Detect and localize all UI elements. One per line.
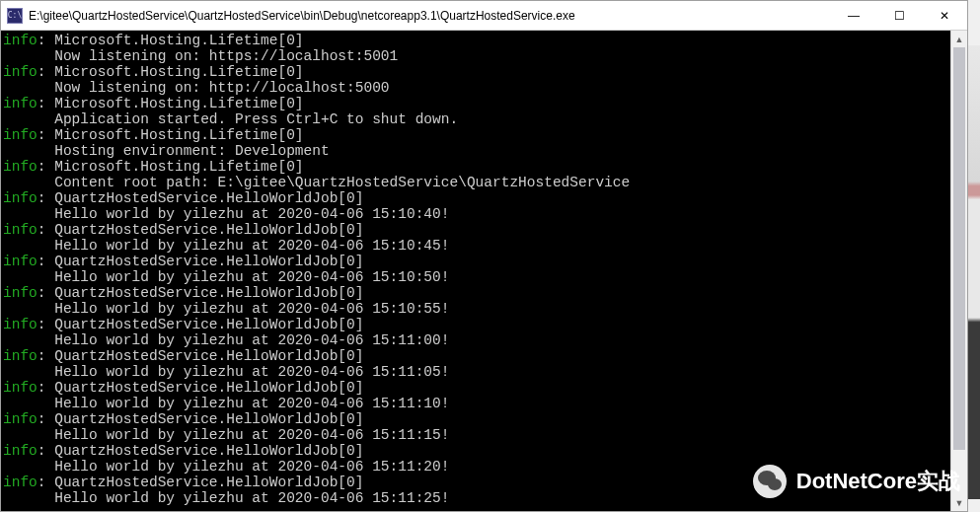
- log-source: : QuartzHostedService.HelloWorldJob[0]: [38, 380, 364, 396]
- log-source: : QuartzHostedService.HelloWorldJob[0]: [38, 317, 364, 332]
- log-level: info: [3, 443, 38, 459]
- titlebar[interactable]: C:\ E:\gitee\QuartzHostedService\QuartzH…: [1, 1, 967, 31]
- log-level: info: [3, 159, 38, 175]
- close-button[interactable]: ✕: [922, 1, 967, 30]
- log-message: Hosting environment: Development: [3, 143, 330, 159]
- log-level: info: [3, 411, 38, 427]
- log-source: : QuartzHostedService.HelloWorldJob[0]: [38, 475, 364, 490]
- log-message: Hello world by yilezhu at 2020-04-06 15:…: [3, 269, 449, 285]
- log-line-header: info: Microsoft.Hosting.Lifetime[0]: [3, 96, 967, 111]
- log-source: : Microsoft.Hosting.Lifetime[0]: [38, 127, 304, 143]
- log-line-message: Hello world by yilezhu at 2020-04-06 15:…: [3, 332, 967, 348]
- log-message: Hello world by yilezhu at 2020-04-06 15:…: [3, 332, 449, 348]
- log-level: info: [3, 190, 38, 206]
- window-title: E:\gitee\QuartzHostedService\QuartzHoste…: [29, 9, 831, 23]
- log-line-header: info: QuartzHostedService.HelloWorldJob[…: [3, 222, 967, 238]
- log-source: : Microsoft.Hosting.Lifetime[0]: [38, 33, 304, 48]
- log-line-message: Hello world by yilezhu at 2020-04-06 15:…: [3, 459, 967, 475]
- log-level: info: [3, 380, 38, 396]
- log-line-header: info: QuartzHostedService.HelloWorldJob[…: [3, 411, 967, 427]
- log-line-message: Hello world by yilezhu at 2020-04-06 15:…: [3, 364, 967, 380]
- scroll-up-arrow-icon[interactable]: ▲: [951, 31, 967, 47]
- log-line-message: Application started. Press Ctrl+C to shu…: [3, 111, 967, 127]
- log-source: : Microsoft.Hosting.Lifetime[0]: [38, 64, 304, 80]
- log-message: Hello world by yilezhu at 2020-04-06 15:…: [3, 238, 449, 254]
- log-line-message: Now listening on: https://localhost:5001: [3, 48, 967, 64]
- log-line-header: info: QuartzHostedService.HelloWorldJob[…: [3, 317, 967, 332]
- minimize-button[interactable]: —: [831, 1, 876, 30]
- log-level: info: [3, 285, 38, 301]
- log-level: info: [3, 317, 38, 332]
- log-level: info: [3, 96, 38, 111]
- scrollbar-thumb[interactable]: [953, 47, 965, 450]
- log-line-message: Hello world by yilezhu at 2020-04-06 15:…: [3, 206, 967, 222]
- log-source: : Microsoft.Hosting.Lifetime[0]: [38, 96, 304, 111]
- log-source: : QuartzHostedService.HelloWorldJob[0]: [38, 190, 364, 206]
- log-level: info: [3, 348, 38, 364]
- scrollbar-track[interactable]: [951, 47, 967, 494]
- log-line-header: info: Microsoft.Hosting.Lifetime[0]: [3, 159, 967, 175]
- log-message: Hello world by yilezhu at 2020-04-06 15:…: [3, 364, 449, 380]
- log-line-message: Content root path: E:\gitee\QuartzHosted…: [3, 175, 967, 190]
- log-message: Now listening on: http://localhost:5000: [3, 80, 390, 96]
- log-message: Hello world by yilezhu at 2020-04-06 15:…: [3, 206, 449, 222]
- log-level: info: [3, 222, 38, 238]
- log-line-header: info: QuartzHostedService.HelloWorldJob[…: [3, 475, 967, 490]
- log-level: info: [3, 33, 38, 48]
- log-line-message: Hello world by yilezhu at 2020-04-06 15:…: [3, 301, 967, 317]
- log-line-message: Hello world by yilezhu at 2020-04-06 15:…: [3, 238, 967, 254]
- vertical-scrollbar[interactable]: ▲ ▼: [950, 31, 967, 511]
- log-line-header: info: QuartzHostedService.HelloWorldJob[…: [3, 285, 967, 301]
- log-message: Application started. Press Ctrl+C to shu…: [3, 111, 458, 127]
- console-output[interactable]: info: Microsoft.Hosting.Lifetime[0] Now …: [1, 31, 967, 511]
- log-line-header: info: Microsoft.Hosting.Lifetime[0]: [3, 33, 967, 48]
- log-line-header: info: QuartzHostedService.HelloWorldJob[…: [3, 380, 967, 396]
- log-message: Hello world by yilezhu at 2020-04-06 15:…: [3, 490, 449, 506]
- log-source: : QuartzHostedService.HelloWorldJob[0]: [38, 254, 364, 269]
- log-level: info: [3, 475, 38, 490]
- log-line-header: info: Microsoft.Hosting.Lifetime[0]: [3, 64, 967, 80]
- log-line-message: Hello world by yilezhu at 2020-04-06 15:…: [3, 490, 967, 506]
- log-line-header: info: QuartzHostedService.HelloWorldJob[…: [3, 190, 967, 206]
- log-source: : QuartzHostedService.HelloWorldJob[0]: [38, 348, 364, 364]
- log-line-header: info: Microsoft.Hosting.Lifetime[0]: [3, 127, 967, 143]
- log-line-message: Hello world by yilezhu at 2020-04-06 15:…: [3, 269, 967, 285]
- log-level: info: [3, 254, 38, 269]
- console-window: C:\ E:\gitee\QuartzHostedService\QuartzH…: [0, 0, 968, 512]
- log-line-header: info: QuartzHostedService.HelloWorldJob[…: [3, 443, 967, 459]
- log-level: info: [3, 127, 38, 143]
- log-message: Now listening on: https://localhost:5001: [3, 48, 398, 64]
- log-message: Hello world by yilezhu at 2020-04-06 15:…: [3, 459, 449, 475]
- log-line-header: info: QuartzHostedService.HelloWorldJob[…: [3, 348, 967, 364]
- app-icon: C:\: [7, 8, 23, 24]
- log-source: : QuartzHostedService.HelloWorldJob[0]: [38, 285, 364, 301]
- log-source: : QuartzHostedService.HelloWorldJob[0]: [38, 222, 364, 238]
- log-source: : QuartzHostedService.HelloWorldJob[0]: [38, 411, 364, 427]
- log-line-header: info: QuartzHostedService.HelloWorldJob[…: [3, 254, 967, 269]
- log-source: : QuartzHostedService.HelloWorldJob[0]: [38, 443, 364, 459]
- window-control-group: — ☐ ✕: [831, 1, 967, 30]
- log-line-message: Hello world by yilezhu at 2020-04-06 15:…: [3, 427, 967, 443]
- log-line-message: Hosting environment: Development: [3, 143, 967, 159]
- obscured-side-panel: [968, 45, 980, 499]
- scroll-down-arrow-icon[interactable]: ▼: [951, 494, 967, 511]
- log-source: : Microsoft.Hosting.Lifetime[0]: [38, 159, 304, 175]
- log-line-message: Hello world by yilezhu at 2020-04-06 15:…: [3, 396, 967, 411]
- log-line-message: Now listening on: http://localhost:5000: [3, 80, 967, 96]
- log-message: Hello world by yilezhu at 2020-04-06 15:…: [3, 301, 449, 317]
- maximize-button[interactable]: ☐: [876, 1, 922, 30]
- log-message: Content root path: E:\gitee\QuartzHosted…: [3, 175, 630, 190]
- log-message: Hello world by yilezhu at 2020-04-06 15:…: [3, 427, 449, 443]
- log-message: Hello world by yilezhu at 2020-04-06 15:…: [3, 396, 449, 411]
- log-level: info: [3, 64, 38, 80]
